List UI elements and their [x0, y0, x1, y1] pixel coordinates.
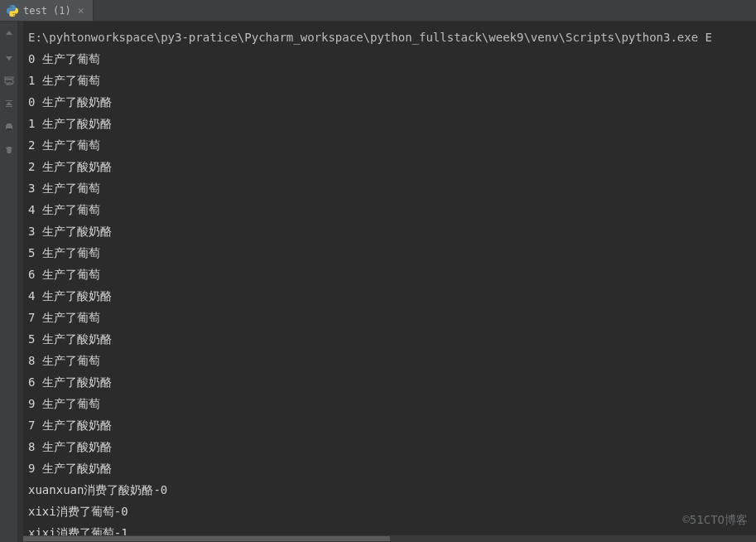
- console-line: 4 生产了葡萄: [28, 199, 753, 220]
- console-line: 5 生产了葡萄: [28, 242, 753, 264]
- console-line: 7 生产了酸奶酪: [28, 414, 753, 436]
- print-icon[interactable]: [3, 121, 15, 133]
- console-line: 3 生产了葡萄: [28, 177, 753, 199]
- svg-rect-2: [7, 128, 12, 130]
- console-line: xuanxuan消费了酸奶酪-0: [28, 479, 753, 501]
- horizontal-scrollbar-thumb[interactable]: [23, 536, 390, 541]
- console-line: xixi消费了葡萄-0: [28, 501, 753, 522]
- python-icon: [7, 5, 18, 17]
- close-icon[interactable]: ×: [76, 5, 86, 16]
- trash-icon[interactable]: [3, 144, 15, 156]
- console-line: 1 生产了葡萄: [28, 70, 753, 91]
- console-line: 9 生产了葡萄: [28, 393, 753, 414]
- console-line: 6 生产了葡萄: [28, 264, 753, 285]
- tab-label: test (1): [23, 5, 71, 17]
- console-line: 1 生产了酸奶酪: [28, 113, 753, 134]
- console-line: 8 生产了葡萄: [28, 350, 753, 371]
- console-line: 9 生产了酸奶酪: [28, 457, 753, 479]
- console-line: E:\pyhtonworkspace\py3-pratice\Pycharm_w…: [28, 27, 753, 48]
- run-tool-gutter: [0, 22, 18, 542]
- console-line: 8 生产了酸奶酪: [28, 436, 753, 457]
- horizontal-scrollbar[interactable]: [23, 535, 756, 542]
- console-line: 2 生产了葡萄: [28, 134, 753, 156]
- console-line: 2 生产了酸奶酪: [28, 156, 753, 177]
- console-line: 3 生产了酸奶酪: [28, 220, 753, 242]
- main-area: E:\pyhtonworkspace\py3-pratice\Pycharm_w…: [0, 22, 756, 542]
- console-line: 4 生产了酸奶酪: [28, 285, 753, 307]
- arrow-up-icon[interactable]: [3, 28, 15, 40]
- svg-rect-1: [7, 123, 12, 125]
- console-line: 6 生产了酸奶酪: [28, 371, 753, 393]
- scroll-to-end-icon[interactable]: [3, 98, 15, 109]
- console-line: 0 生产了酸奶酪: [28, 91, 753, 113]
- console-output[interactable]: E:\pyhtonworkspace\py3-pratice\Pycharm_w…: [23, 22, 756, 542]
- tab-run-config[interactable]: test (1) ×: [0, 0, 94, 21]
- console-line: 0 生产了葡萄: [28, 48, 753, 70]
- console-line: 5 生产了酸奶酪: [28, 328, 753, 350]
- console-line: 7 生产了葡萄: [28, 307, 753, 328]
- soft-wrap-icon[interactable]: [3, 75, 15, 86]
- tab-bar: test (1) ×: [0, 0, 756, 22]
- arrow-down-icon[interactable]: [3, 51, 15, 63]
